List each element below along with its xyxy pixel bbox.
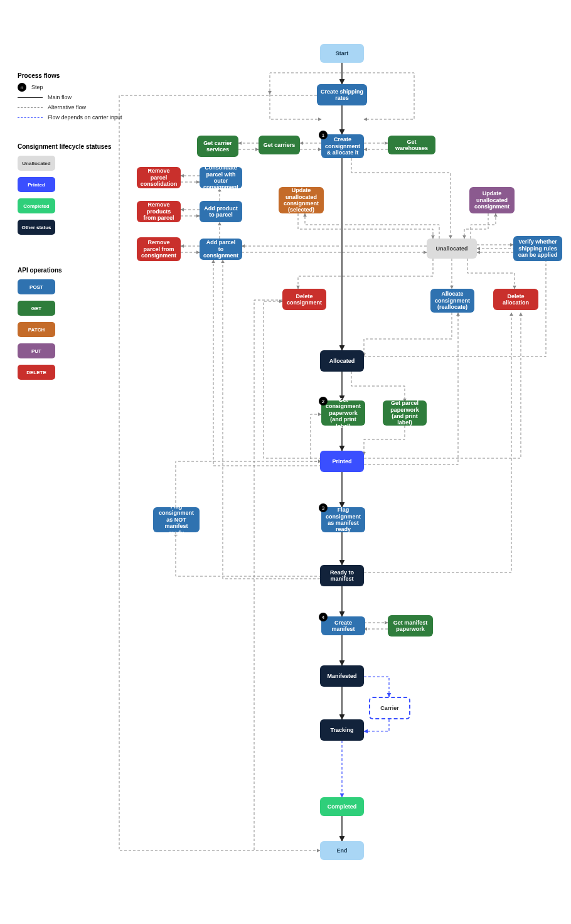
- step-badge-2: 2: [319, 397, 328, 406]
- legend-carrier-flow: Flow depends on carrier input: [18, 114, 122, 121]
- swatch-post: POST: [18, 279, 55, 294]
- step-badge-icon: n: [18, 83, 26, 92]
- node-update-unallocated-selected: Update unallocated consignment (selected…: [279, 187, 324, 213]
- step-badge-1: 1: [319, 131, 328, 139]
- node-delete-allocation: Delete allocation: [493, 289, 538, 310]
- step-badge-3: 3: [319, 503, 328, 512]
- legend-main-flow: Main flow: [18, 94, 72, 100]
- dashed-line-icon: [18, 107, 43, 108]
- swatch-delete: DELETE: [18, 365, 55, 380]
- node-get-carrier-services: Get carrier services: [197, 136, 238, 157]
- node-remove-parcel-consolidation: Remove parcel consolidation: [137, 167, 181, 188]
- node-create-consignment: Create consignment & allocate it: [321, 134, 364, 158]
- node-completed: Completed: [320, 797, 364, 816]
- swatch-completed: Completed: [18, 198, 55, 213]
- node-get-warehouses: Get warehouses: [388, 136, 435, 154]
- node-printed: Printed: [320, 451, 364, 472]
- node-update-unallocated: Update unallocated consignment: [469, 187, 515, 213]
- node-consolidate-parcel: Consolidate parcel with outer consignmen…: [200, 167, 242, 188]
- swatch-unallocated: Unallocated: [18, 156, 55, 171]
- node-get-carriers: Get carriers: [259, 136, 300, 154]
- legend-alt-flow: Alternative flow: [18, 104, 86, 110]
- node-flag-not-manifest-ready: Flag consignment as NOT manifest ready: [153, 507, 200, 532]
- legend-process-flows-title: Process flows: [18, 72, 60, 79]
- legend-step: nStep: [18, 83, 43, 92]
- node-carrier: Carrier: [369, 697, 410, 719]
- solid-line-icon: [18, 97, 43, 98]
- node-get-consignment-paperwork: Get consignment paperwork (and print lab…: [321, 400, 365, 426]
- node-manifested: Manifested: [320, 665, 364, 687]
- node-flag-manifest-ready: Flag consignment as manifest ready: [321, 507, 365, 532]
- node-add-product-to-parcel: Add product to parcel: [200, 201, 242, 222]
- node-delete-consignment: Delete consignment: [282, 289, 326, 310]
- node-create-manifest: Create manifest: [321, 616, 365, 635]
- node-remove-products-from-parcel: Remove products from parcel: [137, 201, 181, 222]
- node-tracking: Tracking: [320, 719, 364, 741]
- node-remove-parcel-from-consignment: Remove parcel from consignment: [137, 237, 181, 261]
- node-get-parcel-paperwork: Get parcel paperwork (and print label): [383, 400, 427, 426]
- swatch-put: PUT: [18, 343, 55, 358]
- flowchart-canvas: Process flows nStep Main flow Alternativ…: [0, 0, 571, 924]
- step-badge-4: 4: [319, 613, 328, 621]
- legend-api-title: API operations: [18, 267, 62, 274]
- node-verify-shipping-rules: Verify whether shipping rules can be app…: [513, 236, 562, 261]
- node-end: End: [320, 841, 364, 860]
- node-start: Start: [320, 44, 364, 63]
- legend-lifecycle-title: Consignment lifecycle statuses: [18, 143, 112, 150]
- dashed-blue-line-icon: [18, 117, 43, 118]
- node-get-manifest-paperwork: Get manifest paperwork: [388, 615, 433, 637]
- swatch-patch: PATCH: [18, 322, 55, 337]
- node-unallocated: Unallocated: [427, 239, 477, 259]
- swatch-printed: Printed: [18, 177, 55, 192]
- swatch-other: Other status: [18, 220, 55, 235]
- node-allocated: Allocated: [320, 350, 364, 372]
- node-add-parcel-to-consignment: Add parcel to consignment: [200, 239, 242, 260]
- swatch-get: GET: [18, 301, 55, 316]
- legend-step-label: Step: [31, 84, 43, 90]
- node-ready-to-manifest: Ready to manifest: [320, 565, 364, 586]
- node-create-shipping-rates: Create shipping rates: [317, 84, 367, 105]
- node-allocate-reallocate: Allocate consignment (reallocate): [430, 289, 474, 313]
